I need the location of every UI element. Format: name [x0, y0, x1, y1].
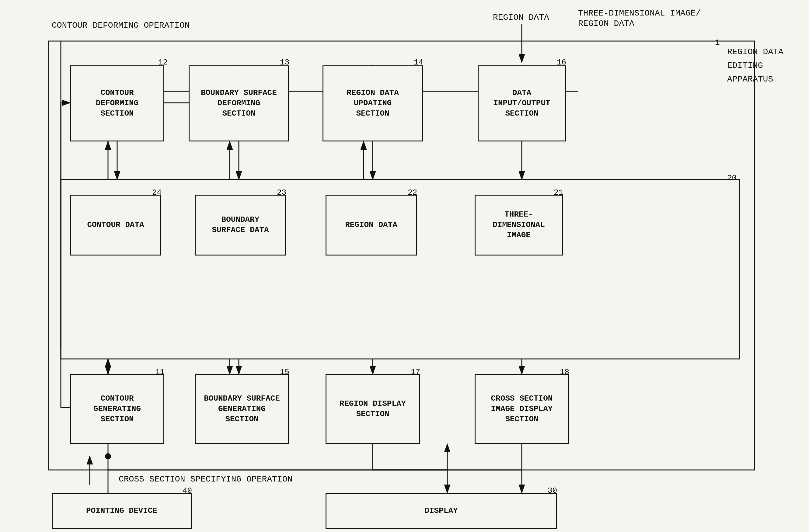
ref-22: 22 [408, 188, 417, 197]
ref-12: 12 [158, 58, 168, 67]
ref-17: 17 [411, 367, 420, 377]
diagram-container: CONTOUR DEFORMING OPERATION REGION DATA … [0, 0, 809, 532]
ref-16: 16 [557, 58, 566, 67]
ref-24: 24 [152, 188, 161, 197]
ref-40: 40 [183, 486, 192, 495]
contour-data-box: CONTOUR DATA [70, 195, 161, 256]
contour-deforming-operation-label: CONTOUR DEFORMING OPERATION [52, 21, 190, 30]
display-box: DISPLAY [326, 493, 557, 529]
apparatus-label2: EDITING [727, 61, 763, 70]
ref-14: 14 [414, 58, 423, 67]
ref-13: 13 [280, 58, 289, 67]
region-display-box: REGION DISPLAY SECTION [326, 374, 420, 444]
region-data-memory-box: REGION DATA [326, 195, 417, 256]
ref-11: 11 [155, 367, 165, 377]
ref-23: 23 [277, 188, 286, 197]
contour-deforming-section-box: CONTOUR DEFORMING SECTION [70, 65, 164, 141]
region-data-updating-box: REGION DATA UPDATING SECTION [323, 65, 423, 141]
ref-21: 21 [554, 188, 563, 197]
boundary-surface-deforming-box: BOUNDARY SURFACE DEFORMING SECTION [189, 65, 289, 141]
cross-section-specifying-label: CROSS SECTION SPECIFYING OPERATION [119, 475, 292, 484]
boundary-surface-data-box: BOUNDARY SURFACE DATA [195, 195, 286, 256]
boundary-surface-generating-box: BOUNDARY SURFACE GENERATING SECTION [195, 374, 289, 444]
ref-30: 30 [548, 486, 557, 495]
apparatus-label1: REGION DATA [727, 47, 784, 56]
ref-1: 1 [715, 38, 720, 47]
three-dim-label2: REGION DATA [578, 19, 634, 28]
ref-18: 18 [560, 367, 569, 377]
pointing-device-box: POINTING DEVICE [52, 493, 192, 529]
ref-20: 20 [727, 173, 737, 183]
ref-15: 15 [280, 367, 289, 377]
contour-generating-box: CONTOUR GENERATING SECTION [70, 374, 164, 444]
three-dim-label1: THREE-DIMENSIONAL IMAGE/ [578, 8, 701, 18]
apparatus-label3: APPARATUS [727, 74, 773, 84]
data-input-output-box: DATA INPUT/OUTPUT SECTION [478, 65, 566, 141]
cross-section-image-box: CROSS SECTION IMAGE DISPLAY SECTION [475, 374, 569, 444]
region-data-top-label: REGION DATA [493, 13, 549, 22]
three-dimensional-image-box: THREE- DIMENSIONAL IMAGE [475, 195, 563, 256]
